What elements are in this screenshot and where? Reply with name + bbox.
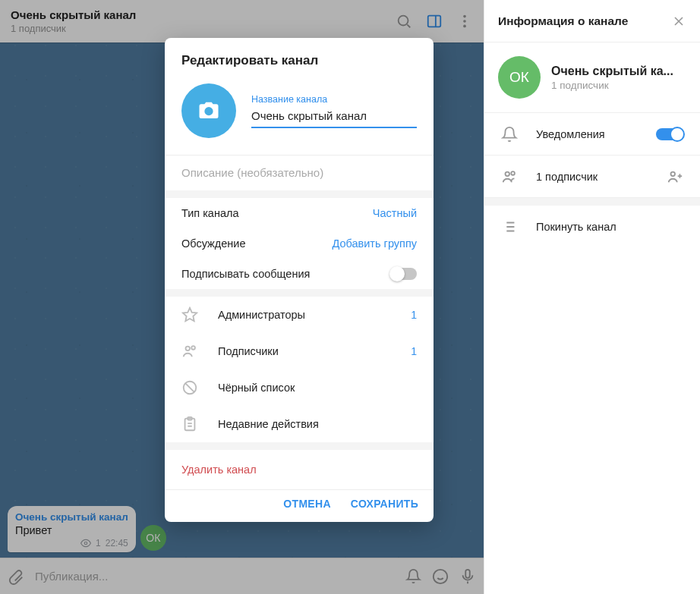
svg-point-10 — [671, 171, 676, 176]
edit-channel-modal: Редактировать канал Название канала Тип … — [165, 38, 434, 522]
svg-point-9 — [511, 171, 515, 175]
star-icon — [181, 306, 198, 323]
panel-title: Информация о канале — [498, 14, 671, 28]
notifications-label: Уведомления — [536, 128, 638, 140]
clipboard-icon — [181, 416, 198, 432]
channel-name: Очень скрытый ка... — [551, 64, 673, 78]
info-panel: Информация о канале ОК Очень скрытый ка.… — [484, 0, 700, 594]
recent-actions-row[interactable]: Недавние действия — [165, 406, 434, 442]
cancel-button[interactable]: ОТМЕНА — [283, 498, 330, 510]
svg-point-8 — [506, 171, 510, 176]
channel-name-input[interactable] — [251, 106, 417, 128]
svg-point-12 — [191, 346, 195, 350]
channel-sub: 1 подписчик — [551, 80, 673, 91]
list-icon — [501, 218, 518, 235]
name-field-label: Название канала — [251, 94, 417, 105]
sign-messages-toggle[interactable] — [391, 268, 417, 280]
channel-photo-button[interactable] — [181, 83, 236, 138]
notifications-row[interactable]: Уведомления — [484, 113, 700, 156]
sign-messages-row[interactable]: Подписывать сообщения — [165, 259, 434, 289]
channel-avatar: ОК — [498, 56, 541, 99]
modal-title: Редактировать канал — [165, 38, 434, 76]
svg-point-11 — [186, 347, 191, 351]
discussion-row[interactable]: Обсуждение Добавить группу — [165, 228, 434, 259]
channel-type-row[interactable]: Тип канала Частный — [165, 198, 434, 228]
members-icon — [501, 168, 518, 185]
members-icon — [181, 343, 198, 360]
description-input[interactable] — [181, 166, 417, 179]
blacklist-row[interactable]: Чёрный список — [165, 369, 434, 406]
profile-row[interactable]: ОК Очень скрытый ка... 1 подписчик — [484, 42, 700, 113]
delete-channel-button[interactable]: Удалить канал — [165, 450, 434, 489]
leave-label: Покинуть канал — [536, 221, 683, 233]
notifications-toggle[interactable] — [656, 128, 683, 140]
save-button[interactable]: СОХРАНИТЬ — [351, 498, 418, 510]
subscribers-row[interactable]: 1 подписчик — [484, 156, 700, 198]
bell-icon — [501, 126, 518, 143]
add-member-icon[interactable] — [667, 168, 683, 185]
leave-row[interactable]: Покинуть канал — [484, 206, 700, 248]
block-icon — [181, 379, 198, 396]
subscribers-label: 1 подписчик — [536, 171, 648, 183]
close-icon[interactable] — [671, 14, 686, 29]
subs-row[interactable]: Подписчики 1 — [165, 333, 434, 369]
admins-row[interactable]: Администраторы 1 — [165, 297, 434, 333]
